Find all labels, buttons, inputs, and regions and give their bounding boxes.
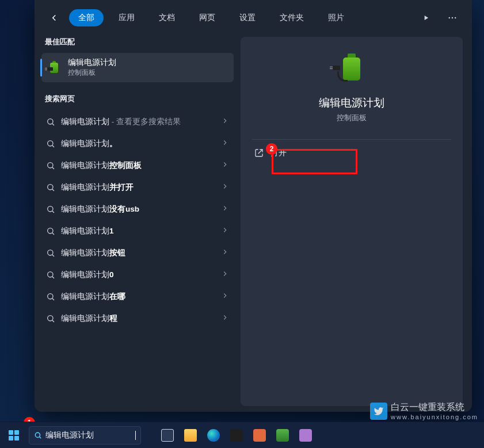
watermark-logo-icon — [370, 403, 387, 420]
chevron-right-icon — [221, 292, 229, 302]
search-icon — [46, 139, 55, 148]
svg-point-8 — [48, 228, 53, 233]
search-header: 全部 应用 文档 网页 设置 文件夹 照片 — [35, 0, 472, 32]
detail-title: 编辑电源计划 — [319, 95, 384, 110]
web-result-item[interactable]: 编辑电源计划1 — [41, 220, 234, 242]
tab-apps[interactable]: 应用 — [109, 9, 144, 26]
back-button[interactable] — [46, 10, 62, 26]
web-result-text: 编辑电源计划没有usb — [61, 204, 139, 215]
web-results-list: 编辑电源计划 - 查看更多搜索结果 编辑电源计划。 编辑电源计划控制面板 编辑电… — [41, 111, 234, 330]
watermark: 白云一键重装系统 www.baiyunxitong.com — [370, 401, 478, 420]
start-button[interactable] — [3, 425, 24, 446]
best-match-sub: 控制面板 — [68, 68, 116, 78]
tab-all[interactable]: 全部 — [69, 9, 104, 26]
search-icon — [46, 205, 55, 214]
chevron-right-icon — [221, 117, 229, 127]
search-icon — [46, 117, 55, 127]
battery-icon — [47, 60, 62, 75]
section-web: 搜索网页 — [41, 89, 234, 110]
svg-point-6 — [48, 185, 53, 190]
more-icon[interactable] — [444, 10, 460, 26]
search-icon — [46, 161, 55, 170]
tab-docs[interactable]: 文档 — [150, 9, 184, 26]
web-result-text: 编辑电源计划1 — [61, 226, 114, 236]
search-icon — [46, 227, 55, 236]
best-match-item[interactable]: 编辑电源计划 控制面板 — [41, 53, 234, 82]
svg-point-11 — [48, 294, 53, 299]
tab-web[interactable]: 网页 — [190, 9, 224, 26]
chevron-right-icon — [221, 313, 229, 324]
tab-settings[interactable]: 设置 — [230, 9, 265, 26]
search-input-text: 编辑电源计划 — [45, 430, 132, 441]
search-icon — [34, 431, 42, 439]
svg-point-3 — [48, 119, 53, 124]
watermark-url: www.baiyunxitong.com — [391, 413, 478, 420]
edge-button[interactable] — [203, 425, 224, 446]
chevron-right-icon — [221, 204, 229, 215]
panel-body: 最佳匹配 编辑电源计划 控制面板 搜索网页 编辑电源计划 - 查看更多搜索结果 … — [35, 32, 472, 412]
detail-column: 编辑电源计划 控制面板 打开 — [237, 32, 472, 412]
chevron-right-icon — [221, 248, 229, 258]
svg-point-5 — [48, 163, 53, 168]
app4-button[interactable] — [226, 425, 247, 446]
taskbar: 编辑电源计划 — [0, 422, 484, 448]
file-explorer-button[interactable] — [180, 425, 201, 446]
web-result-text: 编辑电源计划0 — [61, 270, 114, 280]
search-icon — [46, 314, 55, 323]
web-result-text: 编辑电源计划。 — [61, 139, 117, 149]
watermark-name: 白云一键重装系统 — [391, 402, 464, 412]
web-result-item[interactable]: 编辑电源计划在哪 — [41, 286, 234, 308]
web-result-item[interactable]: 编辑电源计划没有usb — [41, 198, 234, 220]
web-result-text: 编辑电源计划并打开 — [61, 182, 134, 193]
section-best-match: 最佳匹配 — [41, 32, 234, 53]
app7-button[interactable] — [295, 425, 316, 446]
tab-folders[interactable]: 文件夹 — [270, 9, 313, 26]
tab-photos[interactable]: 照片 — [319, 9, 353, 26]
open-label: 打开 — [270, 148, 287, 158]
taskbar-apps — [157, 425, 316, 446]
web-result-text: 编辑电源计划按钮 — [61, 248, 125, 258]
tabs: 全部 应用 文档 网页 设置 文件夹 照片 — [69, 9, 353, 26]
web-result-item[interactable]: 编辑电源计划程 — [41, 308, 234, 330]
svg-point-0 — [449, 17, 450, 18]
app5-button[interactable] — [249, 425, 270, 446]
chevron-right-icon — [221, 160, 229, 171]
open-icon — [254, 148, 264, 158]
svg-point-4 — [48, 141, 53, 146]
chevron-right-icon — [221, 270, 229, 280]
detail-card: 编辑电源计划 控制面板 打开 — [241, 37, 463, 406]
web-result-item[interactable]: 编辑电源计划0 — [41, 264, 234, 286]
search-icon — [46, 248, 55, 258]
header-actions — [418, 10, 460, 26]
svg-point-2 — [455, 17, 456, 18]
web-result-text: 编辑电源计划控制面板 — [61, 160, 142, 171]
svg-point-12 — [48, 316, 53, 321]
windows-icon — [9, 430, 19, 441]
results-column: 最佳匹配 编辑电源计划 控制面板 搜索网页 编辑电源计划 - 查看更多搜索结果 … — [35, 32, 237, 412]
web-result-text: 编辑电源计划在哪 — [61, 292, 125, 302]
search-panel: 全部 应用 文档 网页 设置 文件夹 照片 最佳匹配 编辑电 — [35, 0, 472, 412]
svg-point-13 — [35, 432, 40, 437]
web-result-item[interactable]: 编辑电源计划并打开 — [41, 177, 234, 198]
text-cursor — [135, 431, 136, 440]
web-result-item[interactable]: 编辑电源计划控制面板 — [41, 155, 234, 177]
search-icon — [46, 292, 55, 301]
web-result-item[interactable]: 编辑电源计划按钮 — [41, 242, 234, 264]
svg-point-7 — [48, 206, 53, 212]
web-result-item[interactable]: 编辑电源计划 - 查看更多搜索结果 — [41, 111, 234, 133]
open-action[interactable]: 打开 — [252, 140, 451, 166]
task-view-button[interactable] — [157, 425, 178, 446]
search-icon — [46, 270, 55, 279]
search-icon — [46, 183, 55, 192]
app6-button[interactable] — [272, 425, 293, 446]
svg-point-1 — [452, 17, 453, 18]
web-result-item[interactable]: 编辑电源计划。 — [41, 133, 234, 155]
search-input[interactable]: 编辑电源计划 — [29, 426, 141, 445]
best-match-title: 编辑电源计划 — [68, 58, 116, 68]
forward-icon[interactable] — [418, 10, 434, 26]
chevron-right-icon — [221, 139, 229, 149]
detail-sub: 控制面板 — [337, 113, 367, 123]
svg-point-9 — [48, 250, 53, 255]
svg-point-10 — [48, 272, 53, 277]
battery-icon-large — [335, 52, 368, 85]
